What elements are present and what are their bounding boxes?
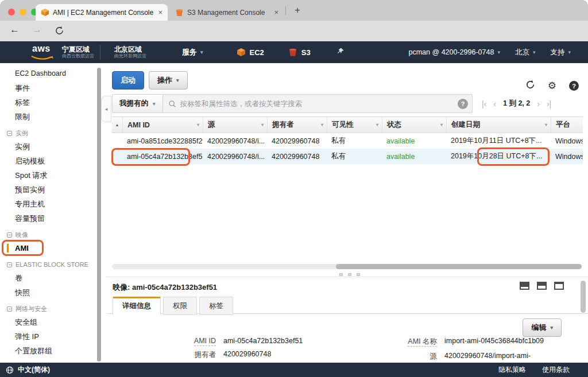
column-header-state[interactable]: 状态 — [382, 117, 446, 133]
field-value: 420029960748/import-ami- — [444, 352, 531, 362]
cell-owner: 420029960748 — [267, 153, 327, 161]
cell-created: 2019年10月28日 UTC+8下... — [446, 151, 551, 161]
sidebar-section-images[interactable]: 映像 — [0, 228, 107, 241]
filter-help-icon[interactable] — [458, 99, 468, 109]
collapse-minus-icon[interactable] — [7, 232, 12, 238]
column-filter-icon[interactable] — [261, 122, 264, 127]
column-filter-icon[interactable] — [376, 122, 378, 127]
sidebar-item-instances[interactable]: 实例 — [0, 139, 107, 154]
sidebar-section-instances[interactable]: 实例 — [0, 127, 107, 139]
tab-tags[interactable]: 标签 — [199, 297, 233, 315]
browser-tab-ec2[interactable]: AMI | EC2 Management Console × — [36, 4, 168, 21]
cell-created: 2019年10月11日 UTC+8下... — [446, 136, 551, 146]
close-tab-icon[interactable]: × — [158, 9, 163, 16]
collapse-minus-icon[interactable] — [7, 262, 12, 267]
sidebar-item-tags[interactable]: 标签 — [0, 95, 107, 110]
forward-icon[interactable] — [32, 24, 42, 36]
sidebar-item-placement-groups[interactable]: 个置放群组 — [0, 344, 107, 358]
panel-size-small-icon[interactable] — [520, 282, 529, 290]
collapse-minus-icon[interactable] — [7, 131, 12, 136]
new-tab-button[interactable] — [291, 3, 304, 17]
sidebar-item-security-groups[interactable]: 安全组 — [0, 315, 107, 329]
panel-size-large-icon[interactable] — [554, 282, 564, 290]
column-filter-icon[interactable] — [321, 122, 323, 127]
sort-icon — [116, 123, 118, 127]
s3-shortcut[interactable]: S3 — [288, 48, 311, 57]
panel-size-medium-icon[interactable] — [537, 282, 547, 290]
ec2-label: EC2 — [250, 48, 264, 57]
footer-links: 隐私策略 使用条款 — [498, 365, 570, 375]
column-filter-icon[interactable] — [440, 122, 443, 127]
first-page-icon[interactable] — [482, 100, 486, 108]
privacy-policy-link[interactable]: 隐私策略 — [498, 365, 526, 375]
panel-drag-handle[interactable] — [339, 273, 360, 276]
sidebar-item-elastic-ip[interactable]: 弹性 IP — [0, 329, 107, 344]
close-tab-icon[interactable]: × — [274, 9, 278, 16]
sidebar-item-snapshots[interactable]: 快照 — [0, 285, 107, 300]
tab-details[interactable]: 详细信息 — [113, 297, 161, 315]
tab-permissions[interactable]: 权限 — [163, 297, 197, 315]
reload-icon[interactable] — [55, 26, 64, 38]
edit-button[interactable]: 编辑 — [523, 318, 562, 337]
horizontal-scrollbar[interactable] — [112, 264, 582, 269]
column-header-visibility[interactable]: 可见性 — [327, 117, 382, 133]
sidebar-item-volumes[interactable]: 卷 — [0, 271, 107, 285]
cell-ami-id: ami-0a851cde322885f2f — [122, 137, 203, 145]
help-icon[interactable] — [569, 81, 579, 91]
close-window-button[interactable] — [8, 9, 15, 15]
column-header-platform[interactable]: 平台 — [551, 117, 583, 133]
table-row-selected[interactable]: ami-05c4a72b132b3ef51 420029960748/i... … — [112, 149, 583, 164]
sidebar-item-events[interactable]: 事件 — [0, 81, 107, 95]
services-menu[interactable]: 服务 — [182, 47, 203, 57]
search-input[interactable] — [180, 100, 452, 108]
s3-bucket-icon — [175, 8, 184, 17]
window-controls — [8, 9, 38, 15]
sidebar-item-reserved-instances[interactable]: 预留实例 — [0, 182, 107, 197]
sidebar-collapse-tab[interactable] — [101, 96, 111, 122]
cell-ami-id: ami-05c4a72b132b3ef51 — [122, 153, 203, 161]
gear-icon[interactable] — [548, 81, 556, 91]
previous-page-icon[interactable] — [493, 100, 496, 108]
column-header-owner[interactable]: 拥有者 — [267, 117, 327, 133]
pin-shortcut-icon[interactable] — [336, 47, 345, 58]
browser-tab-strip: AMI | EC2 Management Console × S3 Manage… — [0, 0, 588, 21]
language-selector[interactable]: 中文(简体) — [6, 365, 50, 375]
account-menu[interactable]: pcman @ 4200-2996-0748 — [409, 48, 500, 56]
ec2-shortcut[interactable]: EC2 — [237, 48, 264, 57]
owner-filter-dropdown[interactable]: 我拥有的 — [113, 95, 163, 112]
minimize-window-button[interactable] — [20, 9, 26, 15]
aws-logo[interactable]: aws — [31, 45, 54, 60]
terms-of-use-link[interactable]: 使用条款 — [542, 365, 570, 375]
column-header-expand[interactable] — [112, 117, 122, 133]
sidebar-section-ebs[interactable]: ELASTIC BLOCK STORE — [0, 258, 107, 271]
s3-label: S3 — [301, 48, 311, 57]
column-header-source[interactable]: 源 — [203, 117, 267, 133]
sidebar-item-spot-requests[interactable]: Spot 请求 — [0, 168, 107, 182]
sidebar-scrollbar[interactable] — [97, 68, 101, 362]
back-icon[interactable] — [10, 24, 20, 36]
support-menu[interactable]: 支持 — [550, 48, 571, 57]
table-row[interactable]: ami-0a851cde322885f2f 420029960748/i... … — [112, 133, 583, 149]
collapse-minus-icon[interactable] — [7, 306, 12, 312]
launch-button[interactable]: 启动 — [112, 71, 144, 90]
last-page-icon[interactable] — [547, 100, 551, 108]
region-name: 北京区域 — [114, 45, 146, 53]
sidebar-item-launch-templates[interactable]: 启动模板 — [0, 154, 107, 168]
actions-dropdown[interactable]: 操作 — [149, 71, 188, 90]
column-header-created[interactable]: 创建日期 — [446, 117, 551, 133]
column-filter-icon[interactable] — [545, 122, 547, 127]
panel-scrollbar[interactable] — [581, 281, 586, 313]
horizontal-scrollbar-thumb[interactable] — [336, 264, 582, 269]
sidebar-item-ec2-dashboard[interactable]: EC2 Dashboard — [0, 67, 107, 81]
sidebar-item-limits[interactable]: 限制 — [0, 110, 107, 124]
sidebar-section-network-security[interactable]: 网络与安全 — [0, 302, 107, 315]
sidebar-item-dedicated-hosts[interactable]: 专用主机 — [0, 197, 107, 211]
column-filter-icon[interactable] — [197, 122, 199, 127]
next-page-icon[interactable] — [537, 100, 540, 108]
sidebar-item-ami[interactable]: AMI — [0, 241, 107, 255]
region-menu[interactable]: 北京 — [515, 48, 536, 57]
browser-tab-s3[interactable]: S3 Management Console × — [170, 4, 284, 21]
refresh-icon[interactable] — [525, 80, 535, 92]
column-header-ami-id[interactable]: AMI ID — [122, 117, 203, 133]
sidebar-item-capacity-reservations[interactable]: 容量预留 — [0, 211, 107, 226]
